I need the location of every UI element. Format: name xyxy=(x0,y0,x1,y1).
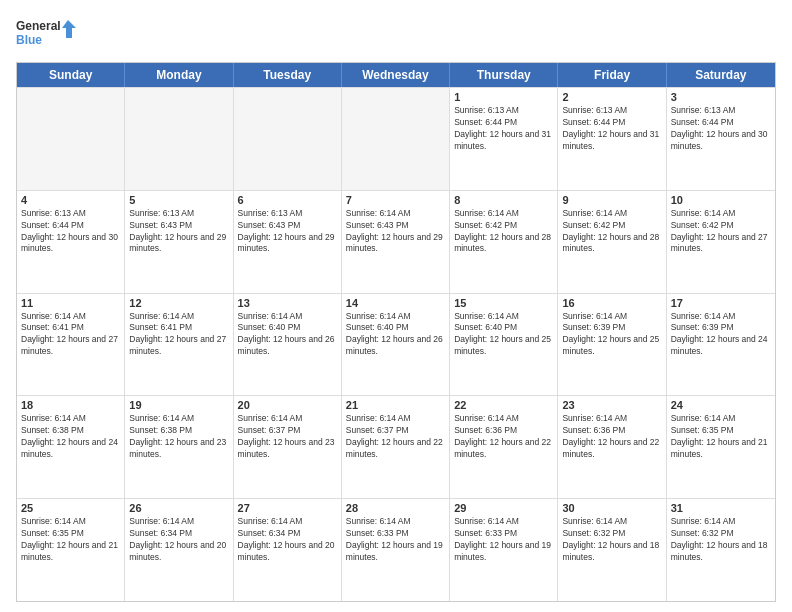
day-cell-5: 5Sunrise: 6:13 AMSunset: 6:43 PMDaylight… xyxy=(125,191,233,293)
day-info-31: Sunrise: 6:14 AMSunset: 6:32 PMDaylight:… xyxy=(671,516,771,564)
calendar-row-0: 1Sunrise: 6:13 AMSunset: 6:44 PMDaylight… xyxy=(17,87,775,190)
empty-cell-0-2 xyxy=(234,88,342,190)
day-info-30: Sunrise: 6:14 AMSunset: 6:32 PMDaylight:… xyxy=(562,516,661,564)
day-info-5: Sunrise: 6:13 AMSunset: 6:43 PMDaylight:… xyxy=(129,208,228,256)
day-info-17: Sunrise: 6:14 AMSunset: 6:39 PMDaylight:… xyxy=(671,311,771,359)
day-number-3: 3 xyxy=(671,91,771,103)
day-cell-11: 11Sunrise: 6:14 AMSunset: 6:41 PMDayligh… xyxy=(17,294,125,396)
header-day-tuesday: Tuesday xyxy=(234,63,342,87)
day-number-12: 12 xyxy=(129,297,228,309)
day-info-6: Sunrise: 6:13 AMSunset: 6:43 PMDaylight:… xyxy=(238,208,337,256)
day-cell-30: 30Sunrise: 6:14 AMSunset: 6:32 PMDayligh… xyxy=(558,499,666,601)
day-info-1: Sunrise: 6:13 AMSunset: 6:44 PMDaylight:… xyxy=(454,105,553,153)
day-info-18: Sunrise: 6:14 AMSunset: 6:38 PMDaylight:… xyxy=(21,413,120,461)
day-number-26: 26 xyxy=(129,502,228,514)
day-info-21: Sunrise: 6:14 AMSunset: 6:37 PMDaylight:… xyxy=(346,413,445,461)
day-number-13: 13 xyxy=(238,297,337,309)
day-cell-22: 22Sunrise: 6:14 AMSunset: 6:36 PMDayligh… xyxy=(450,396,558,498)
day-cell-20: 20Sunrise: 6:14 AMSunset: 6:37 PMDayligh… xyxy=(234,396,342,498)
empty-cell-0-3 xyxy=(342,88,450,190)
day-cell-19: 19Sunrise: 6:14 AMSunset: 6:38 PMDayligh… xyxy=(125,396,233,498)
day-cell-4: 4Sunrise: 6:13 AMSunset: 6:44 PMDaylight… xyxy=(17,191,125,293)
day-info-23: Sunrise: 6:14 AMSunset: 6:36 PMDaylight:… xyxy=(562,413,661,461)
day-cell-28: 28Sunrise: 6:14 AMSunset: 6:33 PMDayligh… xyxy=(342,499,450,601)
calendar-row-2: 11Sunrise: 6:14 AMSunset: 6:41 PMDayligh… xyxy=(17,293,775,396)
day-number-21: 21 xyxy=(346,399,445,411)
day-cell-21: 21Sunrise: 6:14 AMSunset: 6:37 PMDayligh… xyxy=(342,396,450,498)
day-number-5: 5 xyxy=(129,194,228,206)
day-number-2: 2 xyxy=(562,91,661,103)
header-day-thursday: Thursday xyxy=(450,63,558,87)
day-info-28: Sunrise: 6:14 AMSunset: 6:33 PMDaylight:… xyxy=(346,516,445,564)
day-number-29: 29 xyxy=(454,502,553,514)
day-cell-26: 26Sunrise: 6:14 AMSunset: 6:34 PMDayligh… xyxy=(125,499,233,601)
header-day-saturday: Saturday xyxy=(667,63,775,87)
day-number-9: 9 xyxy=(562,194,661,206)
page-header: General Blue xyxy=(16,16,776,52)
day-cell-12: 12Sunrise: 6:14 AMSunset: 6:41 PMDayligh… xyxy=(125,294,233,396)
day-info-13: Sunrise: 6:14 AMSunset: 6:40 PMDaylight:… xyxy=(238,311,337,359)
day-info-25: Sunrise: 6:14 AMSunset: 6:35 PMDaylight:… xyxy=(21,516,120,564)
day-number-4: 4 xyxy=(21,194,120,206)
day-number-24: 24 xyxy=(671,399,771,411)
day-cell-2: 2Sunrise: 6:13 AMSunset: 6:44 PMDaylight… xyxy=(558,88,666,190)
day-info-9: Sunrise: 6:14 AMSunset: 6:42 PMDaylight:… xyxy=(562,208,661,256)
day-number-25: 25 xyxy=(21,502,120,514)
day-info-14: Sunrise: 6:14 AMSunset: 6:40 PMDaylight:… xyxy=(346,311,445,359)
day-cell-1: 1Sunrise: 6:13 AMSunset: 6:44 PMDaylight… xyxy=(450,88,558,190)
day-info-27: Sunrise: 6:14 AMSunset: 6:34 PMDaylight:… xyxy=(238,516,337,564)
day-cell-16: 16Sunrise: 6:14 AMSunset: 6:39 PMDayligh… xyxy=(558,294,666,396)
day-cell-10: 10Sunrise: 6:14 AMSunset: 6:42 PMDayligh… xyxy=(667,191,775,293)
day-info-20: Sunrise: 6:14 AMSunset: 6:37 PMDaylight:… xyxy=(238,413,337,461)
header-day-wednesday: Wednesday xyxy=(342,63,450,87)
day-info-11: Sunrise: 6:14 AMSunset: 6:41 PMDaylight:… xyxy=(21,311,120,359)
day-info-8: Sunrise: 6:14 AMSunset: 6:42 PMDaylight:… xyxy=(454,208,553,256)
day-cell-8: 8Sunrise: 6:14 AMSunset: 6:42 PMDaylight… xyxy=(450,191,558,293)
day-number-30: 30 xyxy=(562,502,661,514)
day-number-23: 23 xyxy=(562,399,661,411)
day-info-22: Sunrise: 6:14 AMSunset: 6:36 PMDaylight:… xyxy=(454,413,553,461)
day-info-3: Sunrise: 6:13 AMSunset: 6:44 PMDaylight:… xyxy=(671,105,771,153)
day-number-15: 15 xyxy=(454,297,553,309)
day-number-17: 17 xyxy=(671,297,771,309)
day-number-14: 14 xyxy=(346,297,445,309)
svg-text:General: General xyxy=(16,19,61,33)
day-number-8: 8 xyxy=(454,194,553,206)
day-cell-15: 15Sunrise: 6:14 AMSunset: 6:40 PMDayligh… xyxy=(450,294,558,396)
day-info-4: Sunrise: 6:13 AMSunset: 6:44 PMDaylight:… xyxy=(21,208,120,256)
header-day-monday: Monday xyxy=(125,63,233,87)
day-number-10: 10 xyxy=(671,194,771,206)
day-info-12: Sunrise: 6:14 AMSunset: 6:41 PMDaylight:… xyxy=(129,311,228,359)
day-info-15: Sunrise: 6:14 AMSunset: 6:40 PMDaylight:… xyxy=(454,311,553,359)
day-cell-25: 25Sunrise: 6:14 AMSunset: 6:35 PMDayligh… xyxy=(17,499,125,601)
day-cell-14: 14Sunrise: 6:14 AMSunset: 6:40 PMDayligh… xyxy=(342,294,450,396)
day-cell-29: 29Sunrise: 6:14 AMSunset: 6:33 PMDayligh… xyxy=(450,499,558,601)
day-cell-24: 24Sunrise: 6:14 AMSunset: 6:35 PMDayligh… xyxy=(667,396,775,498)
calendar-row-1: 4Sunrise: 6:13 AMSunset: 6:44 PMDaylight… xyxy=(17,190,775,293)
day-number-28: 28 xyxy=(346,502,445,514)
day-number-31: 31 xyxy=(671,502,771,514)
logo: General Blue xyxy=(16,16,76,52)
calendar-row-4: 25Sunrise: 6:14 AMSunset: 6:35 PMDayligh… xyxy=(17,498,775,601)
day-info-2: Sunrise: 6:13 AMSunset: 6:44 PMDaylight:… xyxy=(562,105,661,153)
day-number-16: 16 xyxy=(562,297,661,309)
calendar-header: SundayMondayTuesdayWednesdayThursdayFrid… xyxy=(17,63,775,87)
day-cell-23: 23Sunrise: 6:14 AMSunset: 6:36 PMDayligh… xyxy=(558,396,666,498)
day-cell-3: 3Sunrise: 6:13 AMSunset: 6:44 PMDaylight… xyxy=(667,88,775,190)
day-number-18: 18 xyxy=(21,399,120,411)
day-info-19: Sunrise: 6:14 AMSunset: 6:38 PMDaylight:… xyxy=(129,413,228,461)
day-number-7: 7 xyxy=(346,194,445,206)
day-number-1: 1 xyxy=(454,91,553,103)
day-cell-18: 18Sunrise: 6:14 AMSunset: 6:38 PMDayligh… xyxy=(17,396,125,498)
day-info-16: Sunrise: 6:14 AMSunset: 6:39 PMDaylight:… xyxy=(562,311,661,359)
day-cell-9: 9Sunrise: 6:14 AMSunset: 6:42 PMDaylight… xyxy=(558,191,666,293)
empty-cell-0-1 xyxy=(125,88,233,190)
day-info-26: Sunrise: 6:14 AMSunset: 6:34 PMDaylight:… xyxy=(129,516,228,564)
header-day-sunday: Sunday xyxy=(17,63,125,87)
day-cell-6: 6Sunrise: 6:13 AMSunset: 6:43 PMDaylight… xyxy=(234,191,342,293)
svg-marker-2 xyxy=(62,20,76,38)
calendar: SundayMondayTuesdayWednesdayThursdayFrid… xyxy=(16,62,776,602)
day-cell-13: 13Sunrise: 6:14 AMSunset: 6:40 PMDayligh… xyxy=(234,294,342,396)
day-number-6: 6 xyxy=(238,194,337,206)
day-info-7: Sunrise: 6:14 AMSunset: 6:43 PMDaylight:… xyxy=(346,208,445,256)
